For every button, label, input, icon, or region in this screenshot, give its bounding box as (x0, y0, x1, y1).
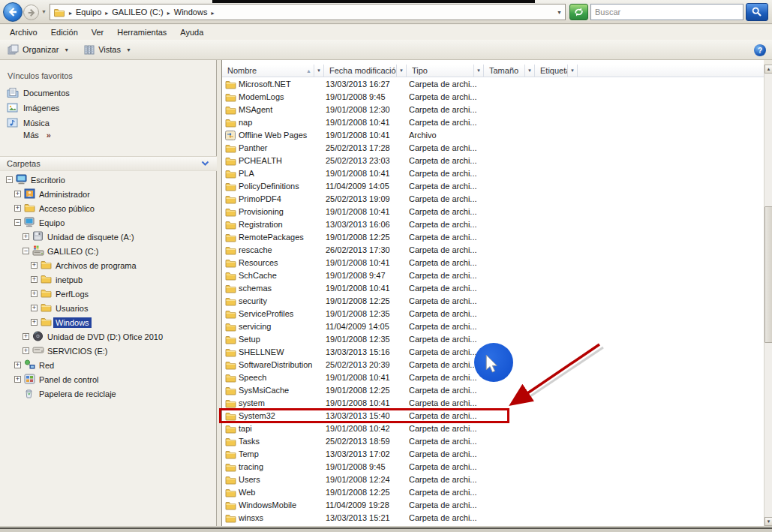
tree-item-perflogs[interactable]: +PerfLogs (0, 287, 217, 302)
table-row[interactable]: PolicyDefinitions11/04/2009 14:05Carpeta… (222, 180, 764, 193)
tree-item-usuarios[interactable]: +Usuarios (0, 302, 217, 316)
table-row[interactable]: schemas19/01/2008 10:41Carpeta de archi.… (222, 282, 764, 295)
file-name[interactable]: nap (239, 118, 252, 127)
menu-item-archivo[interactable]: Archivo (3, 26, 44, 38)
menu-item-ayuda[interactable]: Ayuda (173, 26, 210, 38)
file-name[interactable]: Users (239, 475, 260, 484)
file-name[interactable]: schemas (239, 284, 272, 293)
table-row[interactable]: System3213/03/2013 15:40Carpeta de archi… (222, 410, 764, 422)
tree-item-label[interactable]: Equipo (37, 218, 67, 228)
tree-item-galileo-c-[interactable]: −GALILEO (C:) (0, 245, 217, 259)
tree-item-label[interactable]: Red (37, 360, 56, 371)
table-row[interactable]: WindowsMobile11/04/2009 19:28Carpeta de … (222, 499, 764, 512)
table-row[interactable]: Offline Web Pages19/01/2008 10:41Archivo (222, 129, 764, 142)
column-filter-dropdown[interactable]: ▼ (524, 65, 534, 77)
file-name[interactable]: System32 (239, 411, 275, 420)
file-name[interactable]: Provisioning (239, 207, 284, 216)
back-button[interactable] (3, 2, 23, 22)
file-name[interactable]: Web (239, 488, 255, 497)
table-row[interactable]: RemotePackages19/01/2008 12:25Carpeta de… (222, 231, 764, 244)
address-history-dropdown-icon[interactable]: ▼ (557, 10, 562, 15)
folders-band[interactable]: Carpetas (0, 156, 217, 171)
table-row[interactable]: security19/01/2008 12:25Carpeta de archi… (222, 295, 764, 308)
file-name[interactable]: Registration (239, 220, 283, 229)
tree-item-label[interactable]: Escritorio (29, 175, 68, 185)
file-name[interactable]: system (239, 398, 265, 407)
table-row[interactable]: servicing11/04/2009 14:05Carpeta de arch… (222, 320, 764, 333)
file-name[interactable]: PrimoPDF4 (239, 194, 281, 203)
table-row[interactable]: PrimoPDF425/02/2013 19:09Carpeta de arch… (222, 193, 764, 206)
tree-item-label[interactable]: inetpub (53, 275, 85, 285)
breadcrumb-separator-icon[interactable]: ▸ (69, 10, 72, 17)
menu-item-edicion[interactable]: Edición (44, 26, 85, 38)
table-row[interactable]: system19/01/2008 10:41Carpeta de archi..… (222, 397, 764, 410)
file-name[interactable]: PLA (239, 169, 254, 178)
tree-item-label[interactable]: PerfLogs (53, 289, 91, 299)
tree-item-label[interactable]: Unidad de DVD (D:) Ofice 2010 (45, 332, 165, 342)
file-name[interactable]: Microsoft.NET (239, 80, 291, 89)
file-name[interactable]: servicing (239, 322, 271, 331)
tree-item-unidad-de-disquete-a-[interactable]: +Unidad de disquete (A:) (0, 230, 217, 245)
forward-button[interactable] (23, 5, 39, 20)
expand-toggle[interactable]: + (31, 276, 38, 283)
tree-item-label[interactable]: Unidad de disquete (A:) (45, 232, 137, 242)
breadcrumb-segment[interactable]: Equipo (76, 8, 101, 17)
column-filter-dropdown[interactable]: ▼ (473, 65, 483, 77)
file-name[interactable]: winsxs (239, 513, 263, 522)
expand-toggle[interactable]: + (14, 205, 21, 212)
sidebar-item-documentos[interactable]: Documentos (0, 86, 217, 100)
column-filter-dropdown[interactable]: ▼ (567, 65, 577, 77)
search-button[interactable] (746, 3, 768, 21)
file-name[interactable]: tapi (239, 424, 252, 433)
table-row[interactable]: Web19/01/2008 12:25Carpeta de archi... (222, 486, 764, 499)
column-header-fecha-modificacio-n[interactable]: Fecha modificación▼ (324, 65, 407, 77)
tree-item-label[interactable]: Windows (53, 317, 92, 328)
file-name[interactable]: ModemLogs (239, 92, 284, 101)
search-input[interactable] (591, 5, 743, 20)
breadcrumb-separator-icon[interactable]: ▸ (167, 10, 170, 17)
help-button[interactable]: ? (754, 44, 766, 56)
tree-item-windows[interactable]: +Windows (0, 316, 217, 330)
file-name[interactable]: MSAgent (239, 105, 272, 114)
file-name[interactable]: Setup (239, 335, 260, 344)
table-row[interactable]: PCHEALTH25/02/2013 23:03Carpeta de archi… (222, 155, 764, 167)
expand-toggle[interactable]: + (14, 376, 21, 383)
column-header-tipo[interactable]: Tipo▼ (407, 65, 484, 77)
tree-item-label[interactable]: Archivos de programa (53, 260, 139, 271)
tree-item-acceso-pu-blico[interactable]: +Acceso público (0, 202, 217, 216)
file-name[interactable]: Temp (239, 449, 259, 458)
tree-item-label[interactable]: Papelera de reciclaje (37, 389, 119, 399)
scroll-up-button[interactable]: ▲ (764, 65, 772, 74)
table-row[interactable]: Tasks25/02/2013 18:59Carpeta de archi... (222, 435, 764, 448)
file-name[interactable]: ServiceProfiles (239, 309, 293, 318)
scroll-down-button[interactable]: ▼ (764, 517, 772, 526)
file-name[interactable]: tracing (239, 462, 263, 471)
collapse-toggle[interactable]: − (14, 219, 21, 226)
tree-item-servicios-e-[interactable]: +SERVICIOS (E:) (0, 344, 217, 359)
collapse-toggle[interactable]: − (6, 176, 13, 183)
expand-toggle[interactable]: + (31, 319, 38, 326)
tree-item-inetpub[interactable]: +inetpub (0, 273, 217, 287)
file-name[interactable]: Tasks (239, 437, 260, 446)
tree-item-administrador[interactable]: +Administrador (0, 188, 217, 202)
tree-item-label[interactable]: SERVICIOS (E:) (45, 346, 110, 356)
table-row[interactable]: PLA19/01/2008 10:41Carpeta de archi... (222, 167, 764, 180)
file-name[interactable]: RemotePackages (239, 233, 304, 242)
views-button[interactable]: Vistas ▼ (77, 40, 139, 59)
table-row[interactable]: Panther25/02/2013 17:28Carpeta de archi.… (222, 142, 764, 155)
column-header-taman-o[interactable]: Tamaño▼ (484, 65, 535, 77)
tree-item-escritorio[interactable]: −Escritorio (0, 173, 217, 188)
recent-pages-dropdown[interactable]: ▼ (41, 9, 47, 14)
tree-item-label[interactable]: Acceso público (37, 203, 97, 214)
expand-toggle[interactable]: + (31, 262, 38, 269)
chevron-down-icon[interactable] (201, 161, 209, 167)
tree-item-label[interactable]: Administrador (37, 189, 92, 200)
expand-toggle[interactable]: + (23, 347, 29, 354)
table-row[interactable]: Microsoft.NET13/03/2013 16:27Carpeta de … (222, 78, 764, 91)
sidebar-item-imagenes[interactable]: Imágenes (0, 101, 217, 115)
breadcrumb-separator-icon[interactable]: ▸ (211, 10, 214, 17)
table-row[interactable]: ServiceProfiles19/01/2008 12:35Carpeta d… (222, 308, 764, 320)
organize-button[interactable]: Organizar ▼ (0, 40, 77, 59)
collapse-toggle[interactable]: − (23, 248, 29, 254)
tree-item-papelera-de-reciclaje[interactable]: Papelera de reciclaje (0, 387, 217, 401)
